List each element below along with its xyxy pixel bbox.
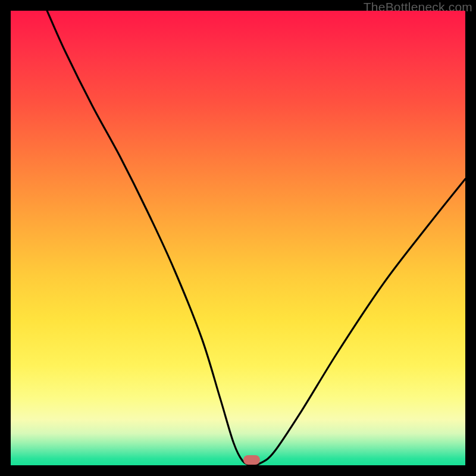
optimum-marker	[243, 455, 260, 465]
plot-area	[11, 11, 465, 465]
bottleneck-curve	[11, 11, 465, 465]
chart-frame: TheBottleneck.com	[0, 0, 476, 476]
